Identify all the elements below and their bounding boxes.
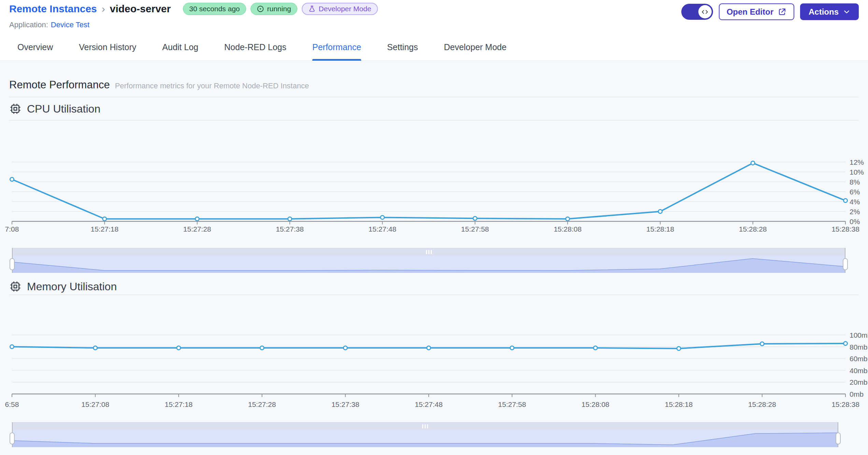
breadcrumb: Remote Instances › video-server 30 secon… xyxy=(9,3,378,15)
main-content: Remote Performance Performance metrics f… xyxy=(0,61,868,455)
brush-handle-right[interactable] xyxy=(843,258,848,270)
svg-text:15:28:18: 15:28:18 xyxy=(646,225,674,233)
open-editor-label: Open Editor xyxy=(727,7,773,17)
tab-version-history[interactable]: Version History xyxy=(79,34,136,60)
developer-mode-label: Developer Mode xyxy=(319,5,371,13)
svg-text:15:27:58: 15:27:58 xyxy=(498,400,526,408)
cpu-brush-minimap xyxy=(12,256,845,273)
svg-text:60mb: 60mb xyxy=(850,355,868,363)
status-badges: 30 seconds ago running Developer Mode xyxy=(183,3,378,15)
breadcrumb-separator: › xyxy=(102,3,105,15)
svg-text:0mb: 0mb xyxy=(850,390,864,398)
page-title: Remote Performance xyxy=(9,78,110,91)
memory-brush-minimap xyxy=(12,430,838,447)
cpu-chip-icon xyxy=(9,103,22,115)
svg-text:15:28:18: 15:28:18 xyxy=(665,400,693,408)
svg-text:40mb: 40mb xyxy=(850,367,868,375)
external-link-icon xyxy=(778,8,786,16)
svg-text:15:27:38: 15:27:38 xyxy=(276,225,304,233)
brush-drag-bar[interactable] xyxy=(12,423,838,430)
breadcrumb-link-remote-instances[interactable]: Remote Instances xyxy=(9,3,97,15)
memory-section-header: Memory Utilisation xyxy=(9,280,859,293)
memory-utilisation-chart: 0mb20mb40mb60mb80mb100mb6:5815:27:0815:2… xyxy=(0,326,868,411)
svg-text:80mb: 80mb xyxy=(850,343,868,351)
running-status-label: running xyxy=(267,5,291,13)
developer-mode-badge: Developer Mode xyxy=(302,3,378,15)
header-actions: Open Editor Actions xyxy=(681,3,859,20)
brush-grip-icon[interactable] xyxy=(426,250,432,254)
svg-text:4%: 4% xyxy=(850,198,860,206)
svg-text:10%: 10% xyxy=(850,168,864,176)
tab-audit-log[interactable]: Audit Log xyxy=(162,34,198,60)
brush-grip-icon[interactable] xyxy=(422,424,428,428)
memory-chip-icon xyxy=(9,280,22,293)
actions-button[interactable]: Actions xyxy=(800,3,859,20)
svg-text:15:28:28: 15:28:28 xyxy=(739,225,767,233)
svg-text:12%: 12% xyxy=(850,158,864,166)
svg-text:15:28:38: 15:28:38 xyxy=(831,400,859,408)
last-seen-badge: 30 seconds ago xyxy=(183,3,246,15)
toggle-knob[interactable] xyxy=(698,5,712,18)
svg-text:15:27:08: 15:27:08 xyxy=(81,400,109,408)
brush-drag-bar[interactable] xyxy=(12,248,845,256)
open-editor-button[interactable]: Open Editor xyxy=(719,3,794,20)
cpu-section-header: CPU Utilisation xyxy=(9,103,859,115)
page-subtitle: Performance metrics for your Remote Node… xyxy=(115,82,309,90)
svg-text:6%: 6% xyxy=(850,188,860,196)
svg-text:8%: 8% xyxy=(850,178,860,186)
svg-text:20mb: 20mb xyxy=(850,378,868,386)
memory-chart-zoom-brush[interactable] xyxy=(12,422,838,447)
svg-text:15:27:18: 15:27:18 xyxy=(165,400,193,408)
cpu-chart-zoom-brush[interactable] xyxy=(12,248,845,273)
svg-text:15:27:48: 15:27:48 xyxy=(415,400,443,408)
page-head: Remote Performance Performance metrics f… xyxy=(9,78,859,91)
page-header: Remote Instances › video-server 30 secon… xyxy=(0,0,868,34)
svg-text:15:27:48: 15:27:48 xyxy=(368,225,396,233)
code-icon xyxy=(701,8,709,16)
svg-text:2%: 2% xyxy=(850,208,860,216)
memory-section-title: Memory Utilisation xyxy=(27,280,117,293)
app-root: Remote Instances › video-server 30 secon… xyxy=(0,0,868,455)
brush-handle-left[interactable] xyxy=(10,432,15,444)
svg-text:15:28:08: 15:28:08 xyxy=(582,400,610,408)
last-seen-label: 30 seconds ago xyxy=(189,5,240,13)
beaker-icon xyxy=(308,5,316,13)
divider xyxy=(9,295,859,295)
tab-performance[interactable]: Performance xyxy=(312,34,361,60)
application-line: Application:Device Test xyxy=(9,20,89,29)
running-status-badge: running xyxy=(251,3,297,15)
application-link[interactable]: Device Test xyxy=(51,20,89,29)
application-label: Application: xyxy=(9,20,48,29)
tab-bar: Overview Version History Audit Log Node-… xyxy=(0,34,868,61)
cpu-section-title: CPU Utilisation xyxy=(27,103,100,115)
svg-text:15:27:58: 15:27:58 xyxy=(461,225,489,233)
svg-text:6:58: 6:58 xyxy=(5,400,19,408)
svg-text:15:28:08: 15:28:08 xyxy=(554,225,582,233)
actions-label: Actions xyxy=(809,7,839,17)
chevron-down-icon xyxy=(843,8,850,15)
brush-handle-right[interactable] xyxy=(836,432,841,444)
svg-text:0%: 0% xyxy=(850,218,860,225)
divider xyxy=(9,97,859,97)
developer-mode-toggle[interactable] xyxy=(681,4,713,20)
tab-overview[interactable]: Overview xyxy=(17,34,53,60)
svg-text:100mb: 100mb xyxy=(850,331,868,339)
play-circle-icon xyxy=(257,5,264,13)
tab-developer-mode[interactable]: Developer Mode xyxy=(444,34,506,60)
tab-node-red-logs[interactable]: Node-RED Logs xyxy=(224,34,286,60)
divider xyxy=(9,120,859,120)
brush-handle-left[interactable] xyxy=(10,258,15,270)
svg-text:15:28:38: 15:28:38 xyxy=(831,225,859,233)
svg-text:15:27:28: 15:27:28 xyxy=(183,225,211,233)
tab-settings[interactable]: Settings xyxy=(387,34,418,60)
svg-text:15:27:38: 15:27:38 xyxy=(331,400,359,408)
svg-text:7:08: 7:08 xyxy=(5,225,19,233)
svg-text:15:27:18: 15:27:18 xyxy=(90,225,118,233)
svg-text:15:27:28: 15:27:28 xyxy=(248,400,276,408)
breadcrumb-current-instance: video-server xyxy=(110,3,171,15)
svg-text:15:28:28: 15:28:28 xyxy=(748,400,776,408)
cpu-utilisation-chart: 0%2%4%6%8%10%12%7:0815:27:1815:27:2815:2… xyxy=(0,150,868,236)
